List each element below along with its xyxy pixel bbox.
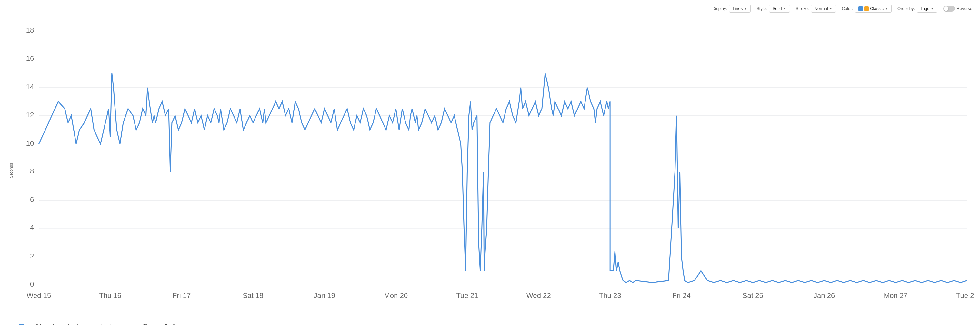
swatch-blue-icon [858,6,863,11]
style-value: Solid [773,6,782,11]
svg-text:Sat 25: Sat 25 [743,291,763,299]
stroke-chevron-icon: ▼ [829,7,832,10]
toolbar: Display: Lines ▼ Style: Solid ▼ Stroke: … [0,0,980,18]
stroke-label: Stroke: [796,6,809,11]
toggle-knob [944,6,948,11]
style-label: Style: [756,6,767,11]
reverse-label: Reverse [957,6,972,11]
reverse-toggle[interactable] [943,6,955,12]
svg-text:Wed 22: Wed 22 [527,291,551,299]
chart-area: Seconds .grid-line { stroke: #e8eaed; st… [0,18,980,324]
order-value: Tags [920,6,929,11]
order-select[interactable]: Tags ▼ [917,5,937,13]
style-group: Style: Solid ▼ [756,5,790,13]
svg-text:Jan 26: Jan 26 [813,291,835,299]
svg-text:4: 4 [30,224,34,232]
svg-text:10: 10 [26,139,34,147]
order-chevron-icon: ▼ [931,7,934,10]
display-value: Lines [733,6,743,11]
svg-text:18: 18 [26,26,34,34]
svg-text:Fri 17: Fri 17 [173,291,191,299]
chart-svg: .grid-line { stroke: #e8eaed; stroke-wid… [19,24,974,304]
stroke-group: Stroke: Normal ▼ [796,5,836,13]
svg-text:Jan 19: Jan 19 [314,291,335,299]
svg-text:6: 6 [30,195,34,203]
svg-text:8: 8 [30,167,34,175]
svg-text:Thu 16: Thu 16 [99,291,121,299]
legend-swatch [19,324,24,325]
y-axis-label: Seconds [9,163,14,178]
stroke-value: Normal [815,6,828,11]
svg-text:Thu 23: Thu 23 [599,291,621,299]
svg-text:Fri 24: Fri 24 [672,291,690,299]
color-chevron-icon: ▼ [885,7,888,10]
svg-text:Wed 15: Wed 15 [27,291,51,299]
order-group: Order by: Tags ▼ [897,5,937,13]
stroke-select[interactable]: Normal ▼ [811,5,836,13]
style-select[interactable]: Solid ▼ [769,5,790,13]
svg-text:0: 0 [30,280,34,288]
display-group: Display: Lines ▼ [712,5,751,13]
svg-text:Tue 21: Tue 21 [456,291,478,299]
display-label: Display: [712,6,727,11]
svg-text:Tue 28: Tue 28 [956,291,974,299]
svg-text:Mon 20: Mon 20 [384,291,408,299]
legend: max:@duration[env:prod service:supergrap… [0,324,980,325]
swatch-yellow-icon [864,6,869,11]
svg-text:Mon 27: Mon 27 [884,291,908,299]
color-label: Color: [842,6,853,11]
display-chevron-icon: ▼ [744,7,747,10]
style-chevron-icon: ▼ [783,7,786,10]
app-container: Display: Lines ▼ Style: Solid ▼ Stroke: … [0,0,980,325]
color-group: Color: Classic ▼ [842,5,892,13]
svg-text:2: 2 [30,252,34,260]
reverse-group: Reverse [943,6,972,12]
svg-text:16: 16 [26,54,34,62]
svg-text:14: 14 [26,83,34,91]
svg-text:Sat 18: Sat 18 [243,291,263,299]
color-select[interactable]: Classic ▼ [855,5,892,13]
order-label: Order by: [897,6,915,11]
color-value: Classic [870,6,883,11]
legend-label: max:@duration[env:prod service:supergrap… [27,324,175,325]
svg-text:12: 12 [26,111,34,119]
display-select[interactable]: Lines ▼ [729,5,751,13]
